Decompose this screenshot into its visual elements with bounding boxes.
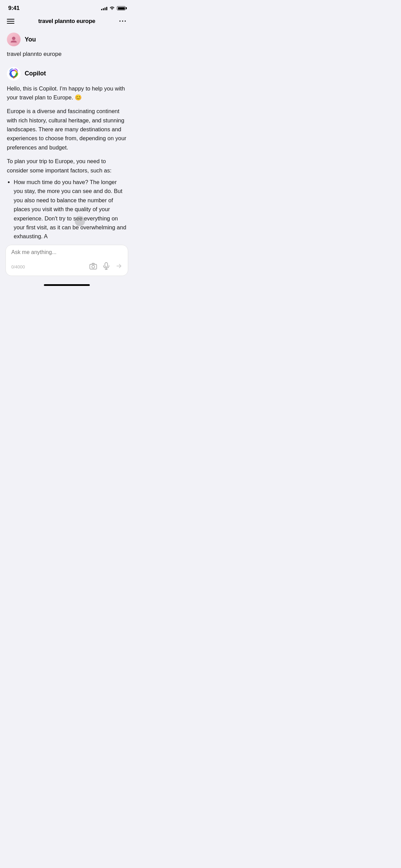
- svg-rect-4: [105, 263, 108, 267]
- microphone-icon[interactable]: [103, 262, 109, 272]
- more-button[interactable]: ···: [119, 17, 127, 25]
- send-icon[interactable]: [116, 263, 122, 271]
- input-actions: [89, 262, 122, 272]
- copilot-message-header: Copilot: [7, 67, 127, 81]
- svg-rect-2: [90, 264, 97, 269]
- signal-icon: [101, 6, 107, 10]
- copilot-bullet-list: How much time do you have? The longer yo…: [7, 178, 127, 241]
- status-bar: 9:41: [0, 0, 134, 14]
- copilot-paragraph-2: Europe is a diverse and fascinating cont…: [7, 107, 127, 152]
- user-avatar-icon: [10, 36, 17, 43]
- status-icons: [101, 6, 125, 10]
- copilot-bullet-1: How much time do you have? The longer yo…: [14, 178, 127, 241]
- svg-point-0: [12, 37, 15, 40]
- user-message-text: travel plannto europe: [7, 50, 127, 59]
- copilot-message-body: Hello, this is Copilot. I'm happy to hel…: [7, 84, 127, 241]
- hamburger-line-2: [7, 21, 14, 22]
- home-indicator: [0, 281, 134, 289]
- conversation-title: travel plannto europe: [38, 18, 95, 25]
- user-message-header: You: [7, 33, 127, 46]
- copilot-paragraph-1: Hello, this is Copilot. I'm happy to hel…: [7, 84, 127, 102]
- hamburger-line-3: [7, 23, 14, 24]
- user-sender-name: You: [25, 36, 36, 43]
- home-bar: [44, 284, 90, 286]
- input-bar[interactable]: 0/4000: [5, 245, 128, 276]
- copilot-avatar: [7, 67, 21, 81]
- user-avatar: [7, 33, 21, 46]
- status-time: 9:41: [8, 5, 20, 12]
- chat-content: You travel plannto europe: [0, 29, 134, 242]
- copilot-paragraph-3: To plan your trip to Europe, you need to…: [7, 157, 127, 175]
- wifi-icon: [109, 6, 115, 10]
- chat-input[interactable]: [11, 249, 122, 257]
- copilot-logo-icon: [8, 68, 20, 80]
- menu-button[interactable]: [7, 19, 14, 24]
- copilot-message-section: Copilot Hello, this is Copilot. I'm happ…: [7, 67, 127, 241]
- user-message-section: You travel plannto europe: [7, 33, 127, 59]
- svg-point-3: [92, 265, 95, 268]
- hamburger-line-1: [7, 19, 14, 20]
- char-count: 0/4000: [11, 264, 25, 269]
- input-footer: 0/4000: [11, 262, 122, 272]
- nav-bar: travel plannto europe ···: [0, 14, 134, 29]
- battery-icon: [117, 6, 125, 10]
- camera-icon[interactable]: [89, 263, 97, 271]
- copilot-sender-name: Copilot: [25, 70, 46, 77]
